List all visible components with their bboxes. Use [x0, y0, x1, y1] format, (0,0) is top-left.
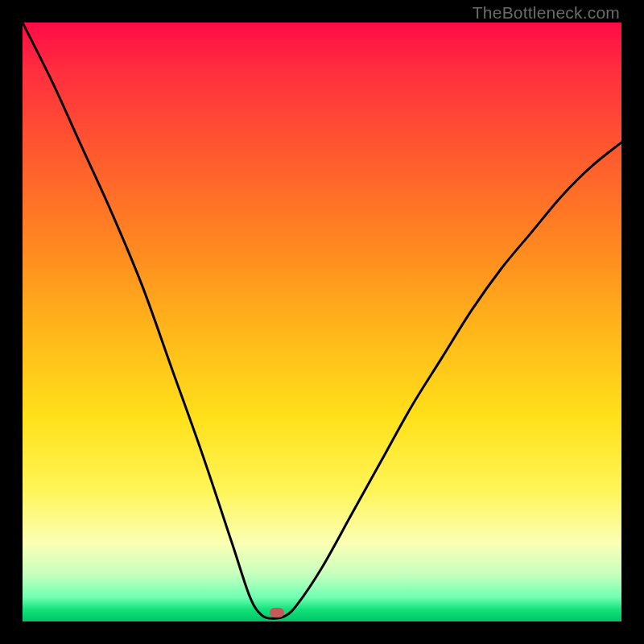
watermark-text: TheBottleneck.com: [473, 3, 620, 23]
plot-area: [23, 23, 621, 621]
bottleneck-curve: [23, 23, 621, 621]
optimum-marker: [270, 608, 284, 617]
curve-path: [23, 23, 621, 618]
chart-frame: TheBottleneck.com: [0, 0, 644, 644]
